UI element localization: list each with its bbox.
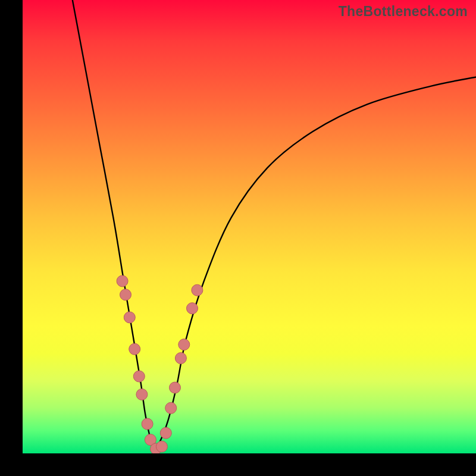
chart-svg	[23, 0, 476, 453]
chart-frame: TheBottleneck.com	[0, 0, 476, 476]
data-marker	[117, 275, 128, 287]
data-marker	[120, 289, 131, 300]
bottleneck-curve	[73, 0, 476, 449]
plot-area: TheBottleneck.com	[23, 0, 476, 453]
data-marker	[160, 427, 171, 439]
data-marker	[165, 402, 177, 414]
data-marker	[187, 303, 198, 314]
data-marker	[142, 418, 153, 430]
data-marker	[156, 441, 167, 452]
data-marker	[178, 339, 190, 350]
data-marker	[129, 343, 140, 355]
data-marker	[192, 284, 203, 296]
data-marker	[136, 389, 148, 400]
marker-group	[117, 275, 203, 453]
data-marker	[133, 371, 145, 382]
data-marker	[170, 382, 181, 393]
data-marker	[124, 312, 135, 323]
data-marker	[175, 353, 186, 364]
